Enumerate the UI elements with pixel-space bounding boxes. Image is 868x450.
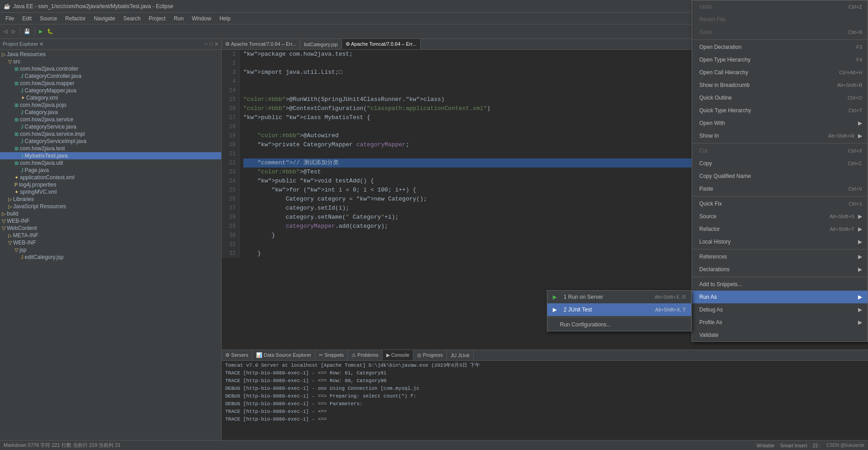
context-menu-item-open-with[interactable]: Open With▶ [692, 117, 868, 129]
context-menu-item-references[interactable]: References▶ [692, 250, 868, 263]
context-menu-separator [692, 39, 868, 40]
context-menu-item-add-snippets[interactable]: Add to Snippets... [692, 278, 868, 291]
context-menu-arrow: ▶ [858, 306, 862, 313]
context-menu-item-run-as[interactable]: Run As▶ [692, 291, 868, 303]
run-submenu-item-0[interactable]: ▶1 Run on ServerAlt+Shift+X, R [547, 291, 691, 303]
context-menu-shortcut: F3 [856, 44, 862, 50]
run-submenu-label: 2 JUnit Test [564, 306, 651, 313]
context-menu-item-quick-fix[interactable]: Quick FixCtrl+1 [692, 197, 868, 210]
context-menu-item-label: Add to Snippets... [699, 281, 862, 287]
context-menu-item-label: Quick Fix [699, 201, 841, 207]
run-configurations-item[interactable]: Run Configurations... [547, 318, 691, 331]
context-menu-shortcut: Ctrl+Alt+H [839, 70, 862, 75]
context-menu-shortcut: Ctrl+C [848, 161, 862, 166]
context-menu-item-label: Cut [699, 148, 841, 154]
context-menu-item-label: Revert File [699, 16, 862, 23]
run-submenu-separator [547, 317, 691, 317]
context-menu-item-declarations[interactable]: Declarations▶ [692, 263, 868, 276]
context-menu-item-undo: UndoCtrl+Z [692, 0, 868, 13]
context-menu-item-validate[interactable]: Validate [692, 329, 868, 341]
run-submenu-icon: ▶ [553, 294, 560, 300]
context-menu-item-label: Paste [699, 186, 841, 192]
context-menu-item-label: Undo [699, 4, 841, 10]
context-menu-item-refactor[interactable]: RefactorAlt+Shift+T▶ [692, 223, 868, 235]
context-menu-item-label: Run As [699, 294, 854, 300]
run-submenu-shortcut: Alt+Shift+X, R [655, 294, 686, 300]
run-submenu-item-1[interactable]: ▶2 JUnit TestAlt+Shift+X, T [547, 303, 691, 316]
context-menu-separator [692, 143, 868, 144]
context-menu-shortcut: Ctrl+X [848, 148, 862, 153]
context-menu-shortcut: Ctrl+1 [849, 201, 862, 206]
context-menu-item-local-history[interactable]: Local History▶ [692, 235, 868, 248]
context-menu-item-show-in[interactable]: Show InAlt+Shift+W▶ [692, 129, 868, 142]
context-menu-arrow: ▶ [858, 213, 862, 220]
context-menu-item-label: Save [699, 29, 841, 35]
context-menu-shortcut: F4 [856, 57, 862, 62]
context-menu-item-label: Open Type Hierarchy [699, 57, 849, 63]
context-menu-item-label: Open Declaration [699, 44, 849, 50]
context-menu-item-copy-qualified[interactable]: Copy Qualified Name [692, 170, 868, 182]
context-menu-item-source[interactable]: SourceAlt+Shift+S▶ [692, 210, 868, 223]
context-menu-item-label: Open With [699, 120, 854, 126]
context-menu-item-open-type-hierarchy[interactable]: Open Type HierarchyF4 [692, 53, 868, 66]
context-menu-item-label: Refactor [699, 226, 823, 232]
context-menu-arrow: ▶ [858, 254, 862, 260]
run-submenu-icon: ▶ [553, 306, 560, 313]
context-menu-shortcut: Ctrl+V [848, 186, 862, 191]
context-menu-item-label: Show In [699, 133, 821, 139]
context-menu-item-label: Quick Type Hierarchy [699, 107, 841, 114]
context-menu-item-label: Validate [699, 332, 862, 338]
context-menu-item-cut: CutCtrl+X [692, 144, 868, 157]
context-menu-separator [692, 196, 868, 196]
context-menu-item-debug-as[interactable]: Debug As▶ [692, 303, 868, 316]
context-menu-item-quick-type-hierarchy[interactable]: Quick Type HierarchyCtrl+T [692, 104, 868, 117]
context-menu-shortcut: Ctrl+T [849, 108, 862, 113]
context-menu-item-paste[interactable]: PasteCtrl+V [692, 182, 868, 195]
context-menu-separator [692, 277, 868, 277]
context-menu-item-label: Debug As [699, 306, 854, 313]
context-menu-shortcut: Ctrl+S [848, 29, 862, 35]
context-menu-arrow: ▶ [858, 133, 862, 139]
context-menu-overlay[interactable]: UndoCtrl+ZRevert FileSaveCtrl+SOpen Decl… [0, 0, 868, 450]
context-menu-item-label: Show in Breadcrumb [699, 82, 830, 88]
context-menu-item-label: Quick Outline [699, 95, 840, 101]
context-menu: UndoCtrl+ZRevert FileSaveCtrl+SOpen Decl… [692, 0, 868, 342]
context-menu-arrow: ▶ [858, 319, 862, 326]
context-menu-item-show-breadcrumb[interactable]: Show in BreadcrumbAlt+Shift+B [692, 79, 868, 91]
context-menu-item-label: Local History [699, 239, 854, 245]
context-menu-shortcut: Alt+Shift+S [830, 214, 854, 219]
context-menu-item-revert: Revert File [692, 13, 868, 26]
context-menu-item-label: Source [699, 213, 822, 220]
context-menu-item-profile-as[interactable]: Profile As▶ [692, 316, 868, 329]
context-menu-item-label: Profile As [699, 319, 854, 326]
context-menu-arrow: ▶ [858, 294, 862, 300]
run-submenu: ▶1 Run on ServerAlt+Shift+X, R▶2 JUnit T… [547, 290, 692, 331]
context-menu-item-open-call-hierarchy[interactable]: Open Call HierarchyCtrl+Alt+H [692, 66, 868, 79]
context-menu-shortcut: Ctrl+Z [849, 4, 862, 10]
context-menu-shortcut: Alt+Shift+B [837, 82, 862, 88]
context-menu-item-label: Copy [699, 160, 841, 167]
run-submenu-label: 1 Run on Server [564, 294, 651, 300]
context-menu-arrow: ▶ [858, 226, 862, 232]
context-menu-shortcut: Ctrl+O [848, 95, 862, 101]
context-menu-arrow: ▶ [858, 239, 862, 245]
context-menu-item-label: Open Call Hierarchy [699, 69, 832, 76]
context-menu-item-save: SaveCtrl+S [692, 26, 868, 38]
context-menu-shortcut: Alt+Shift+T [830, 226, 854, 232]
context-menu-item-open-declaration[interactable]: Open DeclarationF3 [692, 41, 868, 53]
context-menu-shortcut: Alt+Shift+W [828, 133, 854, 139]
context-menu-item-label: Copy Qualified Name [699, 173, 862, 179]
context-menu-item-quick-outline[interactable]: Quick OutlineCtrl+O [692, 91, 868, 104]
context-menu-arrow: ▶ [858, 266, 862, 273]
context-menu-item-label: Declarations [699, 266, 854, 273]
context-menu-item-copy[interactable]: CopyCtrl+C [692, 157, 868, 170]
context-menu-item-label: References [699, 254, 854, 260]
run-submenu-shortcut: Alt+Shift+X, T [655, 307, 686, 312]
context-menu-arrow: ▶ [858, 120, 862, 126]
context-menu-separator [692, 249, 868, 249]
